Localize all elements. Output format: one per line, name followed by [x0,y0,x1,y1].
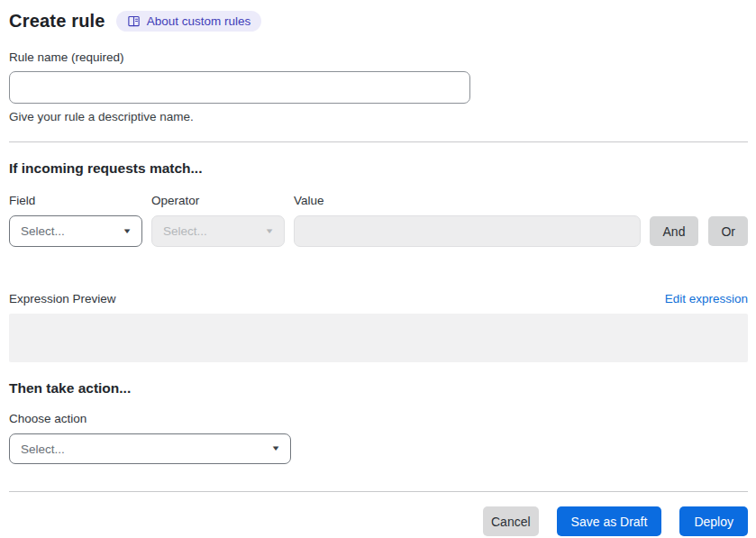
and-button[interactable]: And [650,216,699,246]
cancel-button[interactable]: Cancel [483,506,539,536]
edit-expression-link[interactable]: Edit expression [665,292,748,305]
field-select[interactable]: Select... ▼ [9,215,142,247]
field-label: Field [9,194,142,207]
choose-action-label: Choose action [9,412,748,425]
field-select-value: Select... [21,224,65,238]
page-title: Create rule [9,11,105,32]
rule-name-label: Rule name (required) [9,50,748,64]
footer-divider [9,491,748,492]
action-section-heading: Then take action... [9,380,748,397]
section-divider [9,141,748,142]
operator-select[interactable]: Select... ▼ [151,215,285,247]
chevron-down-icon: ▼ [264,228,274,235]
about-badge-label: About custom rules [147,15,251,28]
create-rule-page: Create rule About custom rules Rule name… [0,0,756,538]
choose-action-select-value: Select... [21,442,65,456]
expression-preview-label: Expression Preview [9,292,116,305]
value-column: Value [294,194,641,247]
value-label: Value [294,194,641,207]
rule-name-helper-text: Give your rule a descriptive name. [9,110,748,123]
footer-actions: Cancel Save as Draft Deploy [9,506,748,536]
expression-preview-box [9,314,748,362]
field-column: Field Select... ▼ [9,194,142,247]
condition-row: Field Select... ▼ Operator Select... ▼ V… [9,194,748,247]
page-header: Create rule About custom rules [9,11,748,32]
chevron-down-icon: ▼ [270,445,280,452]
match-section-heading: If incoming requests match... [9,160,748,177]
expression-preview-header: Expression Preview Edit expression [9,292,748,305]
operator-select-value: Select... [163,224,207,238]
operator-label: Operator [151,194,285,207]
chevron-down-icon: ▼ [122,228,132,235]
about-custom-rules-link[interactable]: About custom rules [116,11,262,32]
value-input[interactable] [294,215,641,247]
or-button[interactable]: Or [708,216,748,246]
book-icon [127,14,141,28]
deploy-button[interactable]: Deploy [679,506,748,536]
operator-column: Operator Select... ▼ [151,194,285,247]
rule-name-input[interactable] [9,71,470,104]
save-as-draft-button[interactable]: Save as Draft [557,506,662,536]
choose-action-select[interactable]: Select... ▼ [9,433,291,464]
